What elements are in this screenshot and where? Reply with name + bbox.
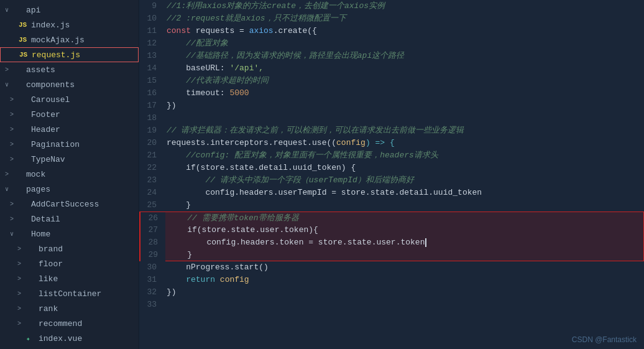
line-number: 21 xyxy=(139,149,164,162)
sidebar-item-label: Carousel xyxy=(31,95,70,105)
chevron-icon: > xyxy=(17,320,26,327)
sidebar-item-api[interactable]: ∨api xyxy=(0,2,139,17)
sidebar-item-pages[interactable]: ∨pages xyxy=(0,182,139,197)
chevron-icon: > xyxy=(17,291,26,297)
token: requests xyxy=(196,26,234,35)
chevron-icon: > xyxy=(10,111,19,118)
token: // 请求头中添加一个字段（userTempId）和后端协商好 xyxy=(167,175,414,185)
sidebar-item-label: Home xyxy=(31,230,50,239)
token: requests xyxy=(167,138,205,147)
code-row: 17}) xyxy=(139,100,644,112)
line-number: 22 xyxy=(139,162,164,174)
sidebar-item-label: index.js xyxy=(31,21,70,30)
chevron-icon: > xyxy=(5,67,14,73)
code-row: 33 xyxy=(139,299,644,311)
sidebar-item-label: listContainer xyxy=(39,289,101,299)
code-row: 9//1:利用axios对象的方法create，去创建一个axios实例 xyxy=(139,0,644,12)
token: //1:利用axios对象的方法create，去创建一个axios实例 xyxy=(167,1,385,11)
line-content: config.headers.userTempId = store.state.… xyxy=(164,187,644,199)
sidebar-item-mockajax-js[interactable]: JSmockAjax.js xyxy=(0,32,139,47)
sidebar-item-assets[interactable]: >assets xyxy=(0,62,139,77)
code-row: 12 //配置对象 xyxy=(139,37,644,50)
code-row: 15 //代表请求超时的时间 xyxy=(139,75,644,87)
sidebar-item-label: components xyxy=(26,80,75,90)
sidebar-item-mock[interactable]: >mock xyxy=(0,167,139,182)
line-number: 18 xyxy=(139,112,164,124)
sidebar-item-home[interactable]: ∨Home xyxy=(0,226,139,241)
sidebar-item-label: index.vue xyxy=(39,334,82,343)
sidebar-item-addcartsuccess[interactable]: >AddCartSuccess xyxy=(0,197,139,212)
sidebar-item-label: Pagination xyxy=(31,140,80,149)
line-number: 17 xyxy=(139,100,164,112)
sidebar-item-pagination[interactable]: >Pagination xyxy=(0,137,139,152)
token: //config: 配置对象，对象里面有一个属性很重要，headers请求头 xyxy=(167,151,438,160)
token: ) => { xyxy=(366,138,395,147)
token: if(store.state.user.token){ xyxy=(168,225,318,235)
sidebar-item-login[interactable]: ∨Login xyxy=(0,346,139,349)
code-row: 13 //基础路径，因为发请求的时候，路径里会出现api这个路径 xyxy=(139,50,644,62)
token: config.headers.token = store.state.user.… xyxy=(168,238,425,247)
sidebar-item-carousel[interactable]: >Carousel xyxy=(0,92,139,107)
token: timeout: xyxy=(167,88,229,98)
code-row: 26 // 需要携带token带给服务器 xyxy=(139,212,644,224)
sidebar-item-header[interactable]: >Header xyxy=(0,122,139,137)
chevron-icon: > xyxy=(10,156,19,163)
line-number: 25 xyxy=(139,199,164,212)
sidebar-item-label: mockAjax.js xyxy=(31,35,85,45)
line-number: 30 xyxy=(139,261,164,274)
js-icon: JS xyxy=(19,36,29,44)
token: config.headers.userTempId = store.state.… xyxy=(167,188,482,197)
sidebar-item-listcontainer[interactable]: >listContainer xyxy=(0,286,139,301)
token: //代表请求超时的时间 xyxy=(167,76,269,85)
chevron-icon: ∨ xyxy=(5,6,14,14)
sidebar-item-request-js[interactable]: JSrequest.js xyxy=(0,47,139,62)
code-row: 32}) xyxy=(139,286,644,299)
sidebar-item-label: floor xyxy=(39,259,63,269)
token: 5000 xyxy=(229,88,249,98)
line-number: 10 xyxy=(139,12,164,25)
line-content: config.headers.token = store.state.user.… xyxy=(165,236,643,249)
sidebar-item-floor[interactable]: >floor xyxy=(0,256,139,271)
sidebar-item-typenav[interactable]: >TypeNav xyxy=(0,152,139,167)
sidebar-item-label: mock xyxy=(26,170,45,179)
sidebar-item-rank[interactable]: >rank xyxy=(0,301,139,316)
line-content: }) xyxy=(164,100,644,112)
token: }) xyxy=(167,287,177,297)
token: // 请求拦截器：在发请求之前，可以检测到，可以在请求发出去前做一些业务逻辑 xyxy=(167,126,464,135)
sidebar-item-footer[interactable]: >Footer xyxy=(0,107,139,122)
sidebar-item-index-vue[interactable]: ✦index.vue xyxy=(0,331,139,346)
sidebar-item-recommend[interactable]: >recommend xyxy=(0,316,139,331)
sidebar-item-label: like xyxy=(39,274,58,284)
line-number: 16 xyxy=(139,87,164,100)
line-content: baseURL: '/api', xyxy=(164,62,644,75)
code-row: 19// 请求拦截器：在发请求之前，可以检测到，可以在请求发出去前做一些业务逻辑 xyxy=(139,124,644,137)
code-row: 27 if(store.state.user.token){ xyxy=(139,224,644,236)
line-number: 15 xyxy=(139,75,164,87)
sidebar-item-brand[interactable]: >brand xyxy=(0,241,139,256)
sidebar-item-like[interactable]: >like xyxy=(0,271,139,286)
code-row: 16 timeout: 5000 xyxy=(139,87,644,100)
sidebar-item-label: request.js xyxy=(32,50,80,60)
text-cursor xyxy=(425,238,426,247)
token: '/api', xyxy=(229,63,264,73)
sidebar-item-components[interactable]: ∨components xyxy=(0,77,139,92)
code-editor: 9//1:利用axios对象的方法create，去创建一个axios实例10//… xyxy=(139,0,644,349)
token: .create({ xyxy=(274,26,317,35)
code-row: 21 //config: 配置对象，对象里面有一个属性很重要，headers请求… xyxy=(139,149,644,162)
chevron-icon: > xyxy=(17,276,26,282)
sidebar-item-label: Detail xyxy=(31,215,60,224)
token: = xyxy=(234,26,249,35)
line-content: return config xyxy=(164,274,644,286)
chevron-icon: > xyxy=(10,201,19,208)
line-number: 23 xyxy=(139,174,164,187)
sidebar-item-detail[interactable]: >Detail xyxy=(0,212,139,226)
line-number: 28 xyxy=(140,236,165,249)
line-content: nProgress.start() xyxy=(164,261,644,274)
chevron-icon: ∨ xyxy=(5,185,14,193)
token: config xyxy=(220,275,249,284)
code-row: 14 baseURL: '/api', xyxy=(139,62,644,75)
js-icon: JS xyxy=(19,51,29,58)
sidebar-item-index-js[interactable]: JSindex.js xyxy=(0,17,139,32)
sidebar-item-label: TypeNav xyxy=(31,155,65,164)
line-content: //代表请求超时的时间 xyxy=(164,75,644,87)
